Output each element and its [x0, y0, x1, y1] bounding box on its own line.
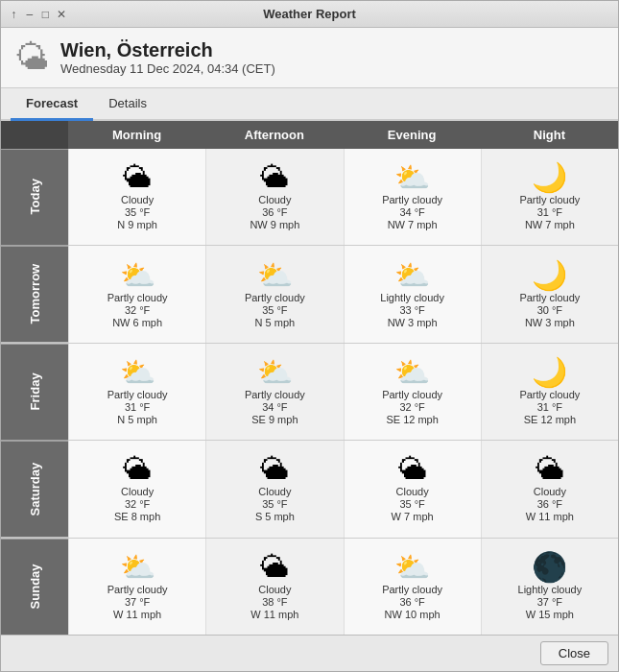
weather-desc-4-0: Partly cloudy: [107, 584, 168, 595]
footer: Close: [1, 635, 618, 671]
day-label-4: Sunday: [1, 539, 68, 635]
weather-icon-3-0: 🌥: [123, 455, 152, 484]
tab-details[interactable]: Details: [93, 88, 162, 121]
weather-temp-2-2: 32 °F: [399, 401, 424, 413]
weather-icon-0-2: ⛅: [394, 163, 430, 192]
day-label-1: Tomorrow: [1, 246, 68, 342]
day-row-friday: Friday⛅Partly cloudy31 °FN 5 mph⛅Partly …: [1, 344, 618, 441]
weather-cell-4-0: ⛅Partly cloudy37 °FW 11 mph: [68, 539, 205, 635]
weather-icon-3-3: 🌥: [536, 455, 564, 484]
weather-desc-2-2: Partly cloudy: [382, 389, 442, 400]
weather-icon-3-1: 🌥: [260, 455, 289, 484]
weather-cell-4-2: ⛅Partly cloudy36 °FNW 10 mph: [344, 539, 481, 635]
day-label-2: Friday: [1, 344, 68, 440]
weather-icon-3-2: 🌥: [398, 455, 427, 484]
weather-temp-4-3: 37 °F: [537, 596, 562, 608]
weather-desc-1-1: Partly cloudy: [245, 292, 305, 303]
weather-window: ↑ – □ ✕ Weather Report 🌤 Wien, Österreic…: [0, 0, 619, 672]
weather-icon-2-3: 🌙: [532, 358, 567, 387]
weather-icon-2-2: ⛅: [394, 358, 430, 387]
weather-desc-4-3: Lightly cloudy: [518, 584, 583, 595]
tab-bar: Forecast Details: [1, 88, 618, 121]
day-label-3: Saturday: [1, 441, 68, 537]
close-window-btn[interactable]: ✕: [57, 8, 67, 21]
weather-cell-1-1: ⛅Partly cloudy35 °FN 5 mph: [205, 246, 343, 342]
weather-icon-4-2: ⛅: [394, 553, 430, 582]
weather-cell-3-0: 🌥Cloudy32 °FSE 8 mph: [68, 441, 205, 537]
arrow-up-btn[interactable]: ↑: [9, 8, 19, 21]
minimize-btn[interactable]: –: [25, 8, 36, 21]
weather-wind-3-3: W 11 mph: [526, 511, 574, 522]
window-title: Weather Report: [66, 7, 553, 21]
weather-cell-4-1: 🌥Cloudy38 °FW 11 mph: [205, 539, 343, 635]
weather-wind-2-0: N 5 mph: [117, 414, 157, 425]
weather-cell-1-3: 🌙Partly cloudy30 °FNW 3 mph: [481, 246, 618, 342]
weather-temp-2-0: 31 °F: [125, 401, 150, 413]
weather-wind-0-1: NW 9 mph: [250, 219, 299, 230]
weather-icon-1-2: ⛅: [394, 261, 430, 290]
weather-temp-0-0: 35 °F: [125, 206, 150, 218]
weather-desc-0-0: Cloudy: [121, 194, 154, 205]
tab-forecast[interactable]: Forecast: [11, 88, 93, 121]
weather-wind-2-2: SE 12 mph: [386, 414, 438, 425]
weather-temp-4-1: 38 °F: [262, 596, 287, 608]
weather-desc-3-1: Cloudy: [258, 486, 291, 497]
weather-temp-3-0: 32 °F: [125, 498, 150, 510]
weather-temp-1-2: 33 °F: [399, 304, 424, 316]
weather-wind-1-0: NW 6 mph: [112, 317, 162, 328]
weather-icon-4-1: 🌥: [260, 553, 289, 582]
weather-icon-4-3: 🌑: [532, 553, 567, 582]
weather-cell-0-0: 🌥Cloudy35 °FN 9 mph: [68, 149, 205, 245]
weather-icon-1-1: ⛅: [257, 261, 293, 290]
weather-icon-2-0: ⛅: [120, 358, 155, 387]
weather-temp-0-1: 36 °F: [262, 206, 287, 218]
weather-wind-1-3: NW 3 mph: [525, 317, 575, 328]
day-label-0: Today: [1, 149, 68, 245]
forecast-table: Morning Afternoon Evening Night Today🌥Cl…: [1, 121, 618, 635]
weather-temp-4-2: 36 °F: [399, 596, 424, 608]
weather-desc-0-1: Cloudy: [258, 194, 291, 205]
weather-temp-0-2: 34 °F: [399, 206, 424, 218]
weather-temp-2-3: 31 °F: [537, 401, 562, 413]
weather-cell-4-3: 🌑Lightly cloudy37 °FW 15 mph: [481, 539, 618, 635]
weather-temp-2-1: 34 °F: [262, 401, 287, 413]
day-row-today: Today🌥Cloudy35 °FN 9 mph🌥Cloudy36 °FNW 9…: [1, 149, 618, 246]
weather-temp-1-3: 30 °F: [537, 304, 562, 316]
weather-icon-0-1: 🌥: [260, 163, 289, 192]
weather-temp-3-2: 35 °F: [399, 498, 424, 510]
weather-wind-4-3: W 15 mph: [526, 609, 574, 620]
day-row-saturday: Saturday🌥Cloudy32 °FSE 8 mph🌥Cloudy35 °F…: [1, 441, 618, 538]
weather-cell-1-0: ⛅Partly cloudy32 °FNW 6 mph: [68, 246, 205, 342]
weather-cell-0-2: ⛅Partly cloudy34 °FNW 7 mph: [344, 149, 481, 245]
weather-desc-3-0: Cloudy: [121, 486, 154, 497]
close-button[interactable]: Close: [540, 641, 608, 665]
col-night: Night: [481, 121, 618, 149]
weather-wind-2-3: SE 12 mph: [524, 414, 576, 425]
weather-desc-2-0: Partly cloudy: [107, 389, 168, 400]
weather-wind-1-1: N 5 mph: [255, 317, 296, 328]
day-rows: Today🌥Cloudy35 °FN 9 mph🌥Cloudy36 °FNW 9…: [1, 149, 618, 635]
weather-wind-4-1: W 11 mph: [250, 609, 298, 620]
weather-wind-3-1: S 5 mph: [255, 511, 295, 522]
weather-wind-3-2: W 7 mph: [392, 511, 434, 522]
weather-icon-1-0: ⛅: [120, 261, 155, 290]
title-bar: ↑ – □ ✕ Weather Report: [1, 1, 618, 28]
empty-header: [1, 121, 68, 149]
weather-cell-2-2: ⛅Partly cloudy32 °FSE 12 mph: [344, 344, 481, 440]
maximize-btn[interactable]: □: [40, 8, 51, 21]
weather-wind-0-0: N 9 mph: [117, 219, 157, 230]
weather-desc-2-1: Partly cloudy: [245, 389, 305, 400]
header-text: Wien, Österreich Wednesday 11 Dec 2024, …: [60, 39, 275, 76]
weather-desc-3-2: Cloudy: [396, 486, 429, 497]
header-area: 🌤 Wien, Österreich Wednesday 11 Dec 2024…: [1, 28, 618, 88]
weather-cell-3-2: 🌥Cloudy35 °FW 7 mph: [344, 441, 481, 537]
weather-wind-4-2: NW 10 mph: [385, 609, 440, 620]
datetime-display: Wednesday 11 Dec 2024, 04:34 (CET): [60, 61, 275, 76]
weather-desc-1-0: Partly cloudy: [107, 292, 168, 303]
weather-temp-3-3: 36 °F: [537, 498, 562, 510]
weather-icon-2-1: ⛅: [257, 358, 293, 387]
weather-icon-0-3: 🌙: [532, 163, 567, 192]
weather-desc-3-3: Cloudy: [534, 486, 566, 497]
weather-desc-2-3: Partly cloudy: [519, 389, 580, 400]
weather-desc-0-3: Partly cloudy: [519, 194, 580, 205]
